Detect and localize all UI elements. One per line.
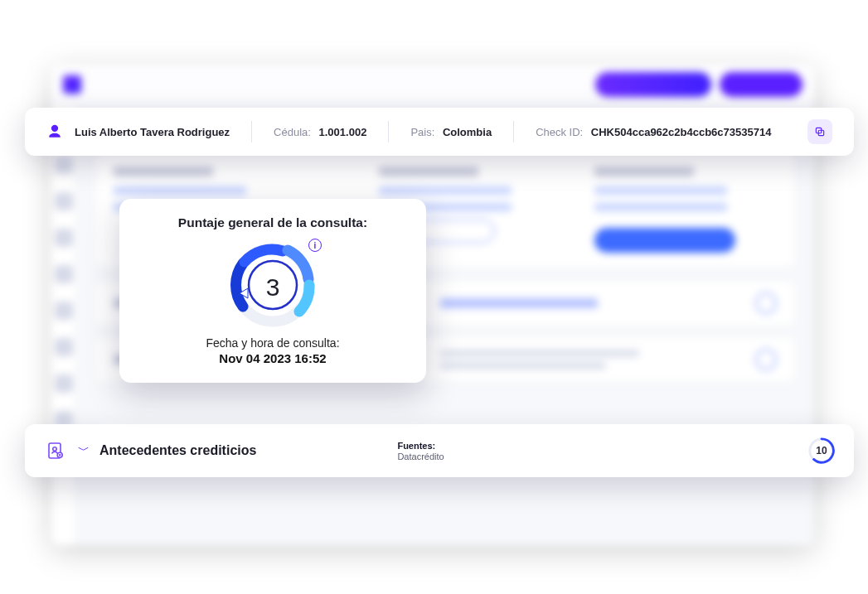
antecedentes-title: Antecedentes crediticios — [99, 443, 256, 458]
chevron-down-icon[interactable]: ﹀ — [78, 443, 90, 458]
person-icon — [46, 123, 63, 140]
person-name: Luis Alberto Tavera Rodriguez — [75, 126, 230, 138]
score-date-value: Nov 04 2023 16:52 — [141, 351, 405, 365]
checkid-value: CHK504cca962c2b4ccb6c73535714 — [591, 126, 772, 138]
svg-point-5 — [53, 447, 56, 451]
score-date-label: Fecha y hora de consulta: — [141, 336, 405, 350]
pais-value: Colombia — [443, 126, 492, 138]
antecedentes-sources: Fuentes: Datacrédito — [397, 441, 444, 461]
person-info-bar: Luis Alberto Tavera Rodriguez Cédula: 1.… — [25, 108, 854, 156]
pais-label: Pais: — [410, 126, 434, 138]
score-title: Puntaje general de la consulta: — [141, 215, 405, 230]
copy-button[interactable] — [807, 119, 832, 144]
separator — [388, 121, 389, 142]
score-gauge: i 3 — [219, 235, 327, 331]
separator — [251, 121, 252, 142]
checkid-label: Check ID: — [536, 126, 583, 138]
antecedentes-score-badge: 10 — [807, 437, 836, 465]
sources-value: Datacrédito — [397, 452, 444, 461]
info-icon[interactable]: i — [308, 239, 322, 252]
sources-label: Fuentes: — [397, 441, 444, 451]
separator — [513, 121, 514, 142]
score-value: 3 — [266, 273, 280, 302]
credit-document-icon — [43, 438, 68, 463]
score-card: Puntaje general de la consulta: i 3 Fech… — [119, 199, 426, 383]
cedula-label: Cédula: — [274, 126, 311, 138]
antecedentes-card[interactable]: ﹀ Antecedentes crediticios Fuentes: Data… — [25, 424, 854, 477]
cedula-value: 1.001.002 — [319, 126, 367, 138]
